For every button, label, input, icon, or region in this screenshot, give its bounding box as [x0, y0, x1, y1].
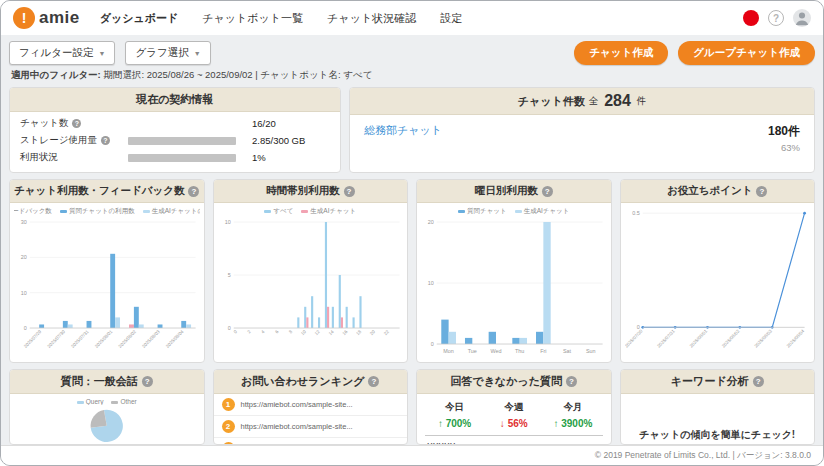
department-chat-link[interactable]: 総務部チャット — [364, 123, 442, 138]
chart-legend: フィードバック数質問チャットの利用数生成AIチャットの利用数 — [14, 205, 200, 216]
amie-logo[interactable]: ! amie — [13, 7, 80, 29]
contract-info-title: 現在の契約情報 — [136, 92, 213, 107]
svg-text:20: 20 — [428, 219, 434, 225]
legend-item: 生成AIチャット — [515, 207, 570, 216]
svg-text:2025/07/31: 2025/07/31 — [656, 328, 676, 348]
contract-info-header: 現在の契約情報 — [10, 88, 340, 112]
svg-text:2025/08/01: 2025/08/01 — [94, 329, 114, 349]
unanswered-col-month: 今月 3900% — [543, 401, 602, 429]
svg-text:10: 10 — [299, 329, 306, 336]
svg-text:0: 0 — [232, 329, 238, 335]
unanswered-question-item[interactable]: XXXXX — [425, 435, 603, 445]
hourly-usage-title: 時間帯別利用数 — [266, 184, 340, 198]
hourly-usage-card: 時間帯別利用数 すべて生成AIチャット 05100246810121416182… — [213, 179, 409, 363]
ranking-list-item[interactable]: 2 https://amiebot.com/sample-site... — [214, 416, 408, 438]
contract-row-label: チャット数 — [20, 117, 128, 130]
legend-item: すべて — [264, 207, 293, 216]
help-icon[interactable] — [188, 186, 199, 197]
filter-settings-button[interactable]: フィルター設定 — [9, 41, 115, 65]
help-icon[interactable] — [142, 376, 153, 387]
usage-feedback-card: チャット利用数・フィードバック数 フィードバック数質問チャットの利用数生成AIチ… — [9, 179, 205, 363]
svg-text:10: 10 — [428, 280, 434, 286]
inquiry-ranking-header: お問い合わせランキング — [214, 370, 408, 394]
rank-number-badge: 1 — [222, 398, 235, 411]
help-icon[interactable] — [753, 376, 764, 387]
usage-progress-bar — [128, 154, 236, 162]
applied-filter-value: 期間選択: 2025/08/26 ~ 2025/09/02 | チャットボット名… — [103, 69, 372, 80]
help-icon[interactable] — [768, 10, 784, 26]
storage-progress-bar — [128, 137, 236, 145]
svg-text:20: 20 — [369, 329, 376, 336]
user-avatar-icon — [793, 9, 811, 27]
help-icon[interactable] — [344, 186, 355, 197]
top-right-icons — [743, 9, 811, 27]
help-icon[interactable] — [368, 376, 379, 387]
svg-text:5: 5 — [227, 272, 230, 278]
contract-row-label: 利用状況 — [20, 151, 128, 164]
usage-feedback-title: チャット利用数・フィードバック数 — [14, 184, 184, 198]
graph-select-button[interactable]: グラフ選択 — [125, 41, 210, 65]
trend-up-value: 3900% — [543, 418, 602, 429]
contract-info-card: 現在の契約情報 チャット数 16/20 ストレージ使用量 — [9, 87, 341, 173]
unanswered-col-week: 今週 56% — [484, 401, 543, 429]
chat-count-total-suffix: 件 — [637, 95, 647, 108]
svg-text:0: 0 — [431, 341, 434, 347]
svg-text:10: 10 — [224, 219, 230, 225]
contract-row-chats: チャット数 16/20 — [20, 117, 330, 130]
nav-item-dashboard[interactable]: ダッシュボード — [100, 11, 179, 26]
nav-item-chatbot-list[interactable]: チャットボット一覧 — [202, 11, 303, 26]
ranking-list-item[interactable]: 3 https://amiebot.com/sample-site... — [214, 438, 408, 445]
contract-row-storage: ストレージ使用量 2.85/300 GB — [20, 134, 330, 147]
create-group-chat-button[interactable]: グループチャット作成 — [678, 41, 815, 65]
help-icon[interactable] — [542, 186, 553, 197]
svg-text:Wed: Wed — [490, 348, 501, 354]
keyword-analysis-title: キーワード分析 — [671, 374, 749, 389]
user-avatar[interactable] — [793, 9, 811, 27]
help-icon[interactable] — [101, 136, 110, 145]
help-icon[interactable] — [756, 186, 767, 197]
chat-count-card: チャット件数 全 284 件 総務部チャット 180件 63% — [349, 87, 815, 173]
graph-select-label: グラフ選択 — [135, 46, 188, 60]
ranking-url: https://amiebot.com/sample-site... — [241, 400, 353, 409]
keyword-teaser-text: チャットの傾向を簡単にチェック! — [621, 428, 815, 442]
legend-item: Query — [77, 398, 104, 405]
help-icon[interactable] — [566, 376, 577, 387]
footer: © 2019 Penetrate of Limits Co., Ltd. | バ… — [1, 445, 823, 465]
general-conversation-body: QueryOther — [10, 394, 204, 444]
unanswered-questions-header: 回答できなかった質問 — [417, 370, 611, 394]
svg-text:2025/07/30: 2025/07/30 — [47, 329, 67, 349]
svg-text:2: 2 — [246, 329, 252, 335]
create-chat-button[interactable]: チャット作成 — [574, 41, 668, 65]
trend-down-value: 56% — [484, 418, 543, 429]
svg-text:Mon: Mon — [443, 348, 454, 354]
nav-item-settings[interactable]: 設定 — [440, 11, 462, 26]
svg-text:30: 30 — [21, 219, 27, 225]
chat-count-total: 284 — [604, 92, 631, 110]
hourly-usage-bar-chart: 05100246810121416182022 — [218, 216, 404, 360]
contract-row-label: ストレージ使用量 — [20, 134, 128, 147]
svg-text:Thu: Thu — [515, 348, 524, 354]
general-conversation-header: 質問：一般会話 — [10, 370, 204, 394]
help-icon[interactable] — [72, 119, 81, 128]
amie-logo-icon: ! — [13, 7, 35, 29]
usage-feedback-bar-chart: 01020302025/07/292025/07/302025/07/31202… — [14, 216, 200, 360]
chart-legend: すべて生成AIチャット — [218, 205, 404, 216]
svg-text:2025/07/31: 2025/07/31 — [70, 329, 90, 349]
hourly-usage-body: すべて生成AIチャット 05100246810121416182022 — [214, 203, 408, 362]
inquiry-ranking-title: お問い合わせランキング — [241, 374, 364, 389]
ranking-list-item[interactable]: 1 https://amiebot.com/sample-site... — [214, 394, 408, 416]
contract-row-value: 1% — [252, 152, 266, 163]
summary-cards-row: 現在の契約情報 チャット数 16/20 ストレージ使用量 — [1, 87, 823, 173]
red-indicator-icon[interactable] — [743, 10, 759, 26]
svg-text:2025/08/02: 2025/08/02 — [118, 329, 138, 349]
svg-text:0: 0 — [227, 325, 230, 331]
inquiry-ranking-list: 1 https://amiebot.com/sample-site... 2 h… — [214, 394, 408, 445]
applied-filter-bar: 適用中のフィルター: 期間選択: 2025/08/26 ~ 2025/09/02… — [1, 68, 823, 87]
chat-count-body: 総務部チャット 180件 63% — [350, 115, 814, 161]
weekday-usage-title: 曜日別利用数 — [475, 184, 538, 198]
nav-item-chat-status[interactable]: チャット状況確認 — [327, 11, 416, 26]
legend-item: 生成AIチャットの利用数 — [143, 207, 200, 216]
filter-settings-label: フィルター設定 — [19, 46, 93, 60]
chat-count-title: チャット件数 — [518, 94, 585, 109]
svg-text:2025/08/01: 2025/08/01 — [688, 328, 708, 348]
